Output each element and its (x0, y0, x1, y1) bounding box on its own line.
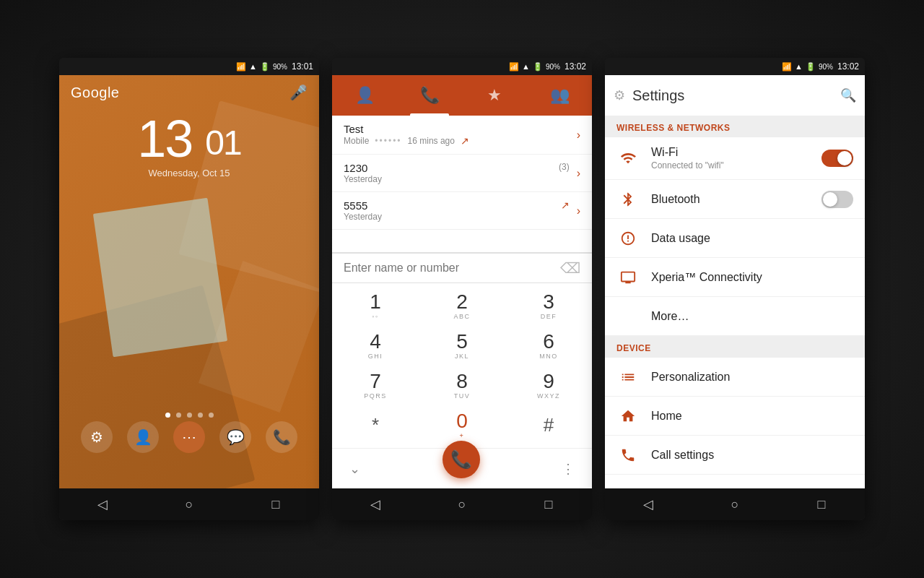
settings-title: Settings (632, 87, 684, 104)
nav-bar-dialer: ◁ ○ □ (332, 488, 592, 520)
signal-icon-s: ▲ (795, 62, 803, 71)
key-8[interactable]: 8 TUV (419, 366, 505, 405)
key-5-num: 5 (456, 332, 468, 352)
nav-recent[interactable]: □ (263, 491, 289, 517)
dot-4 (198, 413, 203, 418)
key-6[interactable]: 6 MNO (505, 326, 592, 366)
status-bar-settings: 📶 ▲ 🔋 90% 13:02 (605, 58, 865, 75)
nav-back-s[interactable]: ◁ (635, 491, 661, 517)
settings-search-bar: Settings (632, 87, 833, 104)
dialer-tabs: 👤 📞 ★ 👥 (332, 75, 592, 116)
tab-phone[interactable]: 📞 (397, 75, 462, 116)
settings-data-usage[interactable]: Data usage (605, 219, 865, 258)
more-options-icon[interactable]: ⋮ (562, 461, 575, 477)
xperia-icon (616, 269, 640, 285)
call-icon (616, 447, 640, 463)
nav-home-d[interactable]: ○ (449, 491, 475, 517)
signal-icon: ▲ (249, 62, 257, 71)
key-3[interactable]: 3 DEF (505, 286, 592, 326)
tab-contacts[interactable]: 👤 (332, 75, 397, 116)
nav-home[interactable]: ○ (176, 491, 202, 517)
call-item-5555[interactable]: 5555 ↗ Yesterday › (332, 192, 592, 230)
bt-label: Bluetooth (651, 193, 821, 206)
dialer-input[interactable] (344, 262, 560, 275)
settings-xperia[interactable]: Xperia™ Connectivity (605, 258, 865, 297)
key-4[interactable]: 4 GHI (332, 326, 419, 366)
home-text: Home (651, 410, 853, 423)
settings-body: WIRELESS & NETWORKS Wi-Fi Connected to "… (605, 116, 865, 488)
call-name-test: Test (344, 123, 570, 135)
nav-back[interactable]: ◁ (90, 491, 116, 517)
status-icons-dialer: 📶 ▲ 🔋 90% (509, 62, 560, 72)
key-0-sub: + (460, 432, 465, 439)
call-item-1230[interactable]: 1230 (3) Yesterday › (332, 155, 592, 192)
outgoing-arrow-5555: ↗ (561, 199, 570, 212)
home-top-bar: Google 🎤 (59, 75, 319, 101)
key-9[interactable]: 9 WXYZ (505, 366, 592, 405)
dialer-bottom: ⌄ 📞 ⋮ (332, 448, 592, 488)
key-4-num: 4 (370, 332, 381, 352)
bt-toggle[interactable] (821, 191, 853, 208)
clock-minute: 01 (205, 124, 240, 162)
key-9-num: 9 (543, 371, 554, 392)
mic-icon[interactable]: 🎤 (289, 84, 308, 101)
dock-apps[interactable]: ⋯ (173, 421, 205, 453)
status-icons-settings: 📶 ▲ 🔋 90% (782, 62, 833, 72)
key-7[interactable]: 7 PQRS (332, 366, 419, 405)
settings-search-icon[interactable]: 🔍 (840, 87, 856, 103)
nav-bar-home: ◁ ○ □ (59, 488, 319, 520)
wifi-text: Wi-Fi Connected to "wifi" (651, 146, 821, 171)
nav-recent-s[interactable]: □ (808, 491, 834, 517)
settings-personalization[interactable]: Personalization (605, 358, 865, 397)
call-nav-5555[interactable]: › (577, 204, 580, 217)
call-type-test: Mobile (344, 136, 369, 146)
key-1[interactable]: 1 ◦◦ (332, 286, 419, 326)
nav-recent-d[interactable]: □ (536, 491, 562, 517)
dial-button[interactable]: 📞 (443, 441, 480, 478)
dock-phone[interactable]: 📞 (266, 421, 297, 453)
tab-groups[interactable]: 👥 (527, 75, 592, 116)
dialer-input-row: ⌫ (332, 253, 592, 283)
call-time-5555: Yesterday (344, 212, 382, 222)
key-2[interactable]: 2 ABC (419, 286, 505, 326)
settings-home[interactable]: Home (605, 397, 865, 436)
key-star[interactable]: * (332, 405, 419, 445)
dot-1 (165, 413, 170, 418)
battery-icon-d: 🔋 (533, 62, 543, 72)
battery-level: 90% (273, 63, 287, 71)
call-item-test[interactable]: Test Mobile •••••• 16 mins ago ↗ › (332, 116, 592, 155)
settings-sound[interactable]: Sound (605, 475, 865, 488)
status-time: 13:01 (292, 61, 313, 72)
settings-more[interactable]: More… (605, 297, 865, 336)
settings-wifi[interactable]: Wi-Fi Connected to "wifi" (605, 137, 865, 180)
key-5[interactable]: 5 JKL (419, 326, 505, 366)
call-name-1230: 1230 (344, 162, 367, 174)
home-dock: ⚙ 👤 ⋯ 💬 📞 (59, 418, 319, 457)
collapse-icon[interactable]: ⌄ (349, 461, 360, 477)
dock-messages[interactable]: 💬 (219, 421, 251, 453)
wifi-toggle[interactable] (821, 150, 853, 167)
call-nav-test[interactable]: › (577, 129, 580, 142)
call-nav-1230[interactable]: › (577, 167, 580, 180)
key-8-sub: TUV (454, 392, 471, 400)
dock-contacts[interactable]: 👤 (127, 421, 159, 453)
settings-gear-icon: ⚙ (614, 87, 625, 103)
nav-back-d[interactable]: ◁ (362, 491, 388, 517)
dock-settings[interactable]: ⚙ (81, 421, 113, 453)
nav-home-s[interactable]: ○ (722, 491, 748, 517)
backspace-icon[interactable]: ⌫ (560, 259, 580, 277)
clock-time: 13 01 (59, 113, 319, 165)
tab-favorites[interactable]: ★ (462, 75, 527, 116)
phone-settings: 📶 ▲ 🔋 90% 13:02 ⚙ Settings 🔍 WIRELESS & … (605, 58, 865, 520)
status-bar-home: 📶 ▲ 🔋 90% 13:01 (59, 58, 319, 75)
wifi-icon-d: 📶 (509, 62, 519, 72)
key-1-num: 1 (370, 292, 381, 312)
call-detail-5555: Yesterday (344, 212, 570, 222)
key-2-sub: ABC (453, 313, 470, 320)
key-hash[interactable]: # (505, 405, 592, 445)
personalization-text: Personalization (651, 371, 853, 384)
settings-bluetooth[interactable]: Bluetooth (605, 180, 865, 219)
key-0[interactable]: 0 + (419, 405, 505, 445)
settings-call[interactable]: Call settings (605, 436, 865, 475)
dot-2 (176, 413, 181, 418)
